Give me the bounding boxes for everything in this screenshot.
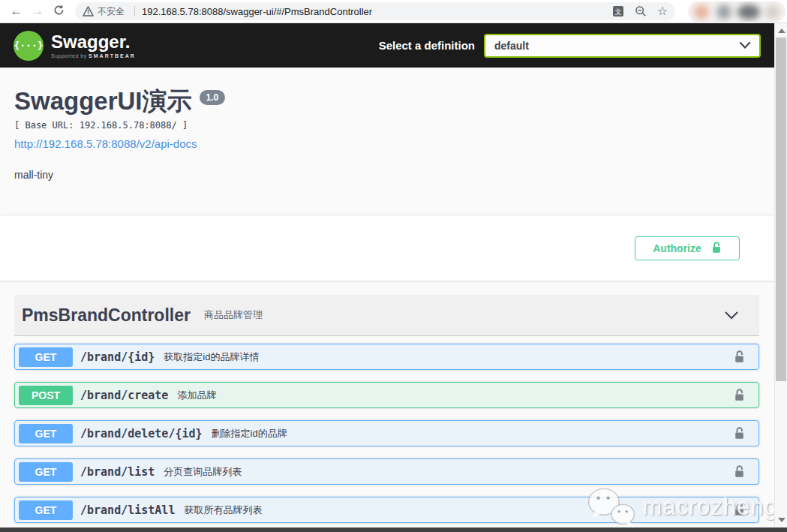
endpoint-list: GET /brand/{id} 获取指定id的品牌详情 POST /brand/… — [14, 344, 759, 523]
method-badge: GET — [19, 462, 73, 482]
swagger-topbar: {···} Swagger. Supported by SMARTBEAR Se… — [0, 23, 774, 68]
api-info-section: SwaggerUI演示 1.0 [ Base URL: 192.168.5.78… — [0, 68, 774, 215]
lock-icon[interactable] — [734, 465, 745, 479]
endpoint-path: /brand/list — [80, 465, 155, 479]
back-icon[interactable]: ← — [6, 4, 27, 19]
scroll-down-icon[interactable] — [778, 518, 785, 522]
forward-icon[interactable]: → — [27, 4, 48, 19]
window-bottom-edge — [0, 527, 787, 532]
version-badge: 1.0 — [200, 90, 226, 105]
scroll-up-icon[interactable] — [778, 29, 785, 33]
browser-profile-blurred — [688, 2, 785, 22]
endpoint-path: /brand/create — [80, 389, 168, 402]
endpoint-path: /brand/delete/{id} — [80, 427, 203, 440]
method-badge: POST — [19, 386, 73, 405]
tag-title: PmsBrandController — [22, 305, 191, 326]
translate-icon[interactable]: 文 — [612, 5, 624, 17]
method-badge: GET — [19, 347, 73, 367]
page-title: SwaggerUI演示 — [14, 88, 192, 115]
zoom-out-icon[interactable] — [635, 5, 647, 17]
scrollbar-thumb[interactable] — [776, 38, 786, 381]
url-text[interactable]: 192.168.5.78:8088/swagger-ui/#/PmsBrandC… — [142, 6, 372, 17]
endpoint-row[interactable]: POST /brand/create 添加品牌 — [14, 382, 759, 408]
endpoint-summary: 获取所有品牌列表 — [184, 503, 262, 517]
definition-selector: Select a definition default — [379, 34, 761, 58]
address-bar[interactable]: 不安全 192.168.5.78:8088/swagger-ui/#/PmsBr… — [75, 2, 675, 20]
browser-toolbar: ← → 不安全 192.168.5.78:8088/swagger-ui/#/P… — [0, 0, 787, 23]
authorize-button[interactable]: Authorize — [635, 236, 740, 260]
api-description: mall-tiny — [14, 169, 774, 181]
selected-definition: default — [494, 40, 529, 52]
security-label: 不安全 — [98, 5, 125, 18]
lock-icon[interactable] — [734, 503, 745, 517]
endpoint-row[interactable]: GET /brand/listAll 获取所有品牌列表 — [14, 497, 759, 523]
scheme-container: Authorize — [0, 215, 774, 281]
endpoint-row[interactable]: GET /brand/list 分页查询品牌列表 — [14, 458, 759, 485]
swagger-logo-icon: {···} — [14, 31, 44, 61]
swagger-logo[interactable]: {···} Swagger. Supported by SMARTBEAR — [14, 31, 136, 61]
reload-icon[interactable] — [48, 3, 69, 20]
method-badge: GET — [19, 500, 73, 520]
security-warning-icon — [83, 6, 94, 17]
endpoint-path: /brand/{id} — [80, 350, 155, 364]
tag-description: 商品品牌管理 — [204, 308, 263, 322]
endpoint-path: /brand/listAll — [80, 503, 175, 517]
lock-icon[interactable] — [734, 389, 745, 402]
bookmark-star-icon[interactable]: ☆ — [657, 5, 668, 17]
endpoint-summary: 添加品牌 — [177, 389, 216, 402]
select-definition-label: Select a definition — [379, 39, 475, 52]
tag-header-pmsbrandcontroller[interactable]: PmsBrandController 商品品牌管理 — [14, 295, 759, 336]
chevron-down-icon — [740, 42, 750, 49]
tag-section: PmsBrandController 商品品牌管理 GET /brand/{id… — [14, 295, 759, 523]
smartbear-label: SMARTBEAR — [89, 53, 136, 59]
endpoint-row[interactable]: GET /brand/delete/{id} 删除指定id的品牌 — [14, 420, 759, 446]
svg-text:文: 文 — [614, 8, 621, 16]
vertical-scrollbar[interactable] — [774, 23, 787, 527]
lock-icon[interactable] — [734, 350, 745, 364]
smartbear-credit: Supported by SMARTBEAR — [51, 53, 136, 59]
lock-icon[interactable] — [734, 427, 745, 440]
endpoint-summary: 分页查询品牌列表 — [164, 465, 242, 479]
screen: ← → 不安全 192.168.5.78:8088/swagger-ui/#/P… — [0, 0, 787, 532]
endpoint-summary: 删除指定id的品牌 — [212, 427, 287, 440]
endpoint-summary: 获取指定id的品牌详情 — [164, 350, 259, 364]
authorize-label: Authorize — [653, 242, 701, 254]
chevron-down-icon — [725, 311, 738, 320]
supported-by-label: Supported by — [51, 53, 87, 59]
api-docs-link[interactable]: http://192.168.5.78:8088/v2/api-docs — [14, 137, 197, 150]
base-url: [ Base URL: 192.168.5.78:8088/ ] — [14, 120, 774, 131]
method-badge: GET — [19, 424, 73, 443]
unlock-icon — [711, 242, 722, 254]
swagger-logo-text: Swagger. — [51, 33, 136, 51]
omnibox-divider — [134, 6, 135, 17]
definition-select[interactable]: default — [484, 34, 761, 58]
endpoint-row[interactable]: GET /brand/{id} 获取指定id的品牌详情 — [14, 344, 759, 370]
